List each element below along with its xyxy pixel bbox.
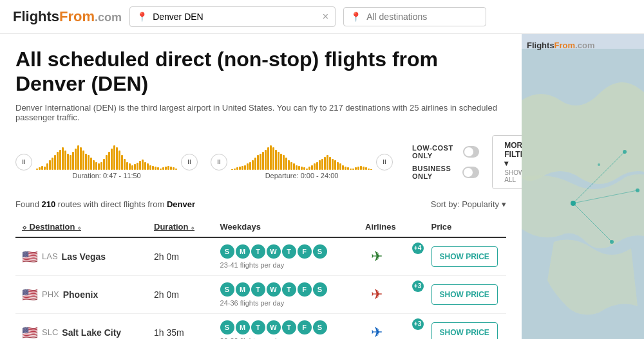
departure-chart[interactable] bbox=[231, 144, 372, 170]
business-label: BUSINESS ONLY bbox=[412, 165, 457, 180]
map-logo: FlightsFrom.com bbox=[527, 41, 594, 50]
th-weekdays: Weekdays bbox=[214, 217, 359, 237]
destination-search-input[interactable] bbox=[366, 12, 479, 22]
sort-by-dropdown[interactable]: Sort by: Popularity ▾ bbox=[431, 199, 506, 209]
th-duration[interactable]: Duration ⬦ bbox=[147, 217, 214, 237]
day-badge: T bbox=[282, 320, 296, 334]
dest-code: SLC bbox=[42, 327, 58, 337]
day-badge: S bbox=[220, 282, 234, 297]
flights-per-day: 23-41 flights per day bbox=[220, 261, 353, 269]
day-badge: T bbox=[251, 244, 265, 259]
dest-code: PHX bbox=[42, 289, 59, 299]
low-cost-toggle[interactable] bbox=[463, 146, 480, 158]
show-price-button[interactable]: SHOW PRICE bbox=[431, 322, 498, 339]
airline-count: +4 bbox=[412, 243, 424, 254]
th-destination[interactable]: ⬦ Destination ⬦ bbox=[15, 217, 147, 237]
day-badge: T bbox=[282, 244, 296, 259]
site-logo[interactable]: FlightsFrom.com bbox=[13, 8, 122, 25]
day-badge: S bbox=[313, 282, 327, 297]
dur-sort-arrow: ⬦ bbox=[191, 224, 194, 231]
day-badge: W bbox=[267, 244, 281, 259]
th-airlines: Airlines bbox=[359, 217, 425, 237]
duration-filter: ⏸ Duration: 0:47 - 11:50 ⏸ bbox=[15, 144, 198, 179]
dest-name[interactable]: Salt Lake City bbox=[62, 327, 121, 338]
table-row: 🇺🇸 LAS Las Vegas 2h 0mSMTWTFS23-41 fligh… bbox=[15, 237, 506, 276]
dest-cell: 🇺🇸 PHX Phoenix bbox=[15, 275, 147, 313]
day-badge: F bbox=[298, 244, 312, 259]
results-text: routes with direct flights from bbox=[58, 199, 164, 209]
table-row: 🇺🇸 PHX Phoenix 2h 0mSMTWTFS24-36 flights… bbox=[15, 275, 506, 313]
svg-point-4 bbox=[571, 201, 576, 206]
flights-table: ⬦ Destination ⬦ Duration ⬦ Weekdays Airl… bbox=[15, 217, 506, 339]
header: FlightsFrom.com 📍 × 📍 bbox=[0, 0, 644, 34]
day-badge: T bbox=[251, 320, 265, 334]
origin-search-input[interactable] bbox=[153, 12, 317, 22]
filter-toggles: LOW-COST ONLY BUSINESS ONLY bbox=[412, 144, 479, 180]
clear-icon[interactable]: × bbox=[323, 11, 328, 23]
logo-dot: .com bbox=[95, 11, 122, 24]
location-icon: 📍 bbox=[137, 12, 147, 22]
departure-play-btn2[interactable]: ⏸ bbox=[376, 154, 393, 170]
results-origin: Denver bbox=[167, 199, 195, 209]
airlines-cell: ✈ +3 bbox=[359, 275, 425, 313]
airline-logo: ✈ +3 bbox=[365, 283, 419, 306]
duration-chart-wrap: Duration: 0:47 - 11:50 bbox=[36, 144, 177, 179]
results-count-text: Found 210 routes with direct flights fro… bbox=[15, 199, 195, 209]
filters-row: ⏸ Duration: 0:47 - 11:50 ⏸ ⏸ Departure: … bbox=[15, 135, 506, 189]
main-layout: All scheduled direct (non-stop) flights … bbox=[0, 34, 644, 339]
price-cell: SHOW PRICE bbox=[425, 313, 506, 339]
departure-chart-wrap: Departure: 0:00 - 24:00 bbox=[231, 144, 372, 179]
svg-point-6 bbox=[610, 240, 614, 244]
business-toggle[interactable] bbox=[462, 167, 479, 178]
day-badge: S bbox=[220, 320, 234, 334]
business-toggle-row: BUSINESS ONLY bbox=[412, 165, 479, 180]
dest-name[interactable]: Las Vegas bbox=[62, 252, 106, 262]
dest-sort-icon: ⬦ bbox=[22, 222, 27, 232]
airlines-cell: ✈ +4 bbox=[359, 237, 425, 276]
flights-tbody: 🇺🇸 LAS Las Vegas 2h 0mSMTWTFS23-41 fligh… bbox=[15, 237, 506, 339]
duration-play-btn2[interactable]: ⏸ bbox=[181, 154, 198, 170]
departure-label: Departure: 0:00 - 24:00 bbox=[231, 172, 372, 179]
results-count: 210 bbox=[41, 199, 55, 209]
duration-cell: 2h 0m bbox=[147, 275, 214, 313]
weekdays-cell: SMTWTFS24-36 flights per day bbox=[214, 275, 359, 313]
logo-from: From bbox=[59, 8, 95, 24]
show-price-button[interactable]: SHOW PRICE bbox=[431, 246, 498, 267]
table-row: 🇺🇸 SLC Salt Lake City 1h 35mSMTWTFS20-32… bbox=[15, 313, 506, 339]
destination-search-box[interactable]: 📍 bbox=[343, 7, 486, 26]
departure-filter: ⏸ Departure: 0:00 - 24:00 ⏸ bbox=[211, 144, 393, 179]
duration-play-btn[interactable]: ⏸ bbox=[15, 154, 32, 170]
airline-count: +3 bbox=[412, 280, 424, 292]
svg-point-5 bbox=[623, 150, 627, 154]
sort-by-label: Sort by: Popularity bbox=[431, 199, 499, 209]
show-price-button[interactable]: SHOW PRICE bbox=[431, 284, 498, 305]
map-svg bbox=[522, 34, 644, 339]
day-badge: T bbox=[251, 282, 265, 297]
dest-cell: 🇺🇸 SLC Salt Lake City bbox=[15, 313, 147, 339]
airline-icon: ✈ bbox=[365, 245, 388, 268]
duration-label: Duration: 0:47 - 11:50 bbox=[36, 172, 177, 179]
flag-icon: 🇺🇸 bbox=[22, 287, 38, 302]
day-badge: F bbox=[298, 282, 312, 297]
dest-name[interactable]: Phoenix bbox=[63, 289, 98, 300]
sort-chevron-icon: ▾ bbox=[502, 199, 506, 209]
price-cell: SHOW PRICE bbox=[425, 275, 506, 313]
day-badge: W bbox=[267, 282, 281, 297]
duration-chart[interactable] bbox=[36, 144, 177, 170]
day-badge: M bbox=[236, 244, 250, 259]
departure-play-btn[interactable]: ⏸ bbox=[211, 154, 227, 170]
map-sidebar: FlightsFrom.com City: Denver bbox=[522, 34, 644, 339]
price-cell: SHOW PRICE bbox=[425, 237, 506, 276]
dest-code: LAS bbox=[42, 252, 58, 261]
day-badge: M bbox=[236, 282, 250, 297]
day-badge: T bbox=[282, 282, 296, 297]
page-title: All scheduled direct (non-stop) flights … bbox=[15, 47, 506, 96]
flag-icon: 🇺🇸 bbox=[22, 325, 38, 339]
dest-cell: 🇺🇸 LAS Las Vegas bbox=[15, 237, 147, 276]
airline-icon: ✈ bbox=[365, 283, 388, 306]
origin-search-box[interactable]: 📍 × bbox=[129, 6, 336, 27]
day-badge: F bbox=[298, 320, 312, 334]
dest-location-icon: 📍 bbox=[350, 12, 361, 22]
logo-text: Flights bbox=[13, 8, 59, 24]
content-area: All scheduled direct (non-stop) flights … bbox=[0, 34, 522, 339]
